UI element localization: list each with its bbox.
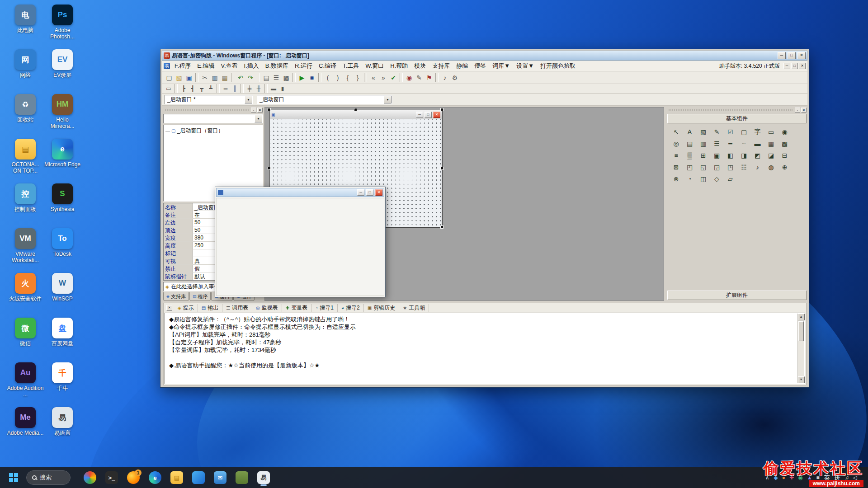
toolbar-icon[interactable] [231,73,234,82]
component-icon[interactable]: ⊟ [780,150,789,160]
toolbar-icon[interactable]: » [378,73,388,83]
basic-components-header[interactable]: 基本组件 [667,114,807,123]
component-icon[interactable]: ▭ [766,127,776,136]
output-tab[interactable]: ✚ 变量表 [282,304,311,312]
mdi-restore-button[interactable]: □ [791,63,798,69]
menu-item[interactable]: 便签 [471,61,489,71]
floating-maximize-button[interactable]: □ [366,189,373,196]
component-icon[interactable]: ◱ [698,162,708,172]
menu-item[interactable]: 设置▼ [513,61,537,71]
toolbar-icon[interactable]: } [353,73,363,83]
component-icon[interactable]: ▩ [780,139,789,148]
component-icon[interactable]: ◰ [685,162,694,172]
align-toolbar-icon[interactable]: ═ [221,84,230,93]
component-icon[interactable]: ▧ [698,127,708,136]
menu-item[interactable]: 静编 [453,61,471,71]
align-toolbar-icon[interactable]: ║ [230,84,239,93]
desktop-icon[interactable]: 火 火绒安全软件 [6,270,44,315]
component-icon[interactable]: ▣ [712,150,722,160]
toolbar-icon[interactable] [400,73,403,82]
minimize-button[interactable]: ─ [778,52,786,59]
desktop-icon[interactable]: 盘 百度网盘 [43,315,81,360]
component-icon[interactable]: A [685,127,694,136]
chevron-down-icon[interactable]: ▼ [255,115,262,122]
taskbar-app-icon[interactable] [233,469,250,486]
desktop-icon[interactable]: VM VMware Workstati... [6,225,44,270]
floating-window-titlebar[interactable]: ─ □ ✕ [216,188,384,197]
desktop-icon[interactable]: W WinSCP [43,270,81,315]
desktop-icon[interactable]: S Synthesia [43,181,81,225]
toolbar-icon[interactable] [364,73,367,82]
toolbar-icon[interactable] [257,73,260,82]
component-icon[interactable]: ◲ [712,162,722,172]
desktop-icon[interactable]: EV EV录屏 [43,47,81,91]
align-toolbar-icon[interactable] [264,84,268,93]
toolbar-icon[interactable]: ▩ [281,73,291,83]
desktop-icon[interactable]: 易 易语言 [43,404,81,449]
scroll-down-button[interactable]: ▼ [798,376,805,383]
panel-grip[interactable] [669,109,793,111]
toolbar-icon[interactable]: ▦ [220,73,230,83]
taskbar-app-icon[interactable]: 1 [125,469,142,486]
output-tab[interactable]: ▤ 输出 [198,304,222,312]
menu-item[interactable]: 模块 [411,61,429,71]
panel-float-button[interactable]: ▫ [251,108,256,113]
toolbar-icon[interactable]: « [368,73,378,83]
scrollbar-thumb[interactable] [798,321,804,341]
align-toolbar-icon[interactable] [241,84,244,93]
component-icon[interactable]: ◨ [739,150,749,160]
tree-filter-dropdown[interactable]: ▼ [163,114,263,123]
desktop-icon[interactable]: 控 控制面板 [6,181,44,225]
toolbar-icon[interactable]: ▢ [164,73,174,83]
output-tab[interactable]: ◔ 搜寻1 [311,304,338,312]
toolbar-icon[interactable]: ■ [307,73,317,83]
designed-form-close-button[interactable]: ✕ [433,112,440,118]
component-icon[interactable]: ◇ [712,174,722,183]
desktop-icon[interactable]: 电 此电脑 [6,2,44,47]
workspace-tab[interactable]: ▤ 程序 [189,292,211,301]
selection-handle[interactable] [268,108,271,111]
selection-handle[interactable] [440,108,443,111]
output-tab[interactable]: ◈ 提示 [174,304,198,312]
component-icon[interactable]: ◍ [766,162,776,172]
toolbar-icon[interactable]: ✔ [388,73,398,83]
component-icon[interactable]: ▦ [766,139,776,148]
component-icon[interactable]: ✎ [712,127,722,136]
panel-grip[interactable] [165,109,249,111]
selection-handle[interactable] [440,225,443,229]
chevron-down-icon[interactable]: ▼ [384,96,392,103]
member-selector-dropdown[interactable]: _启动窗口 ▼ [257,95,392,104]
toolbar-icon[interactable]: ▧ [174,73,184,83]
component-icon[interactable]: ◪ [766,150,776,160]
menu-item[interactable]: 词库▼ [489,61,513,71]
panel-close-button[interactable]: ✕ [801,108,807,113]
taskbar-app-icon[interactable]: >_ [103,469,120,486]
toolbar-icon[interactable]: ⚙ [450,73,460,83]
output-tab[interactable]: ★ 工具箱 [399,304,429,312]
mdi-close-button[interactable]: ✕ [799,63,806,69]
component-icon[interactable]: ◉ [780,127,789,136]
component-icon[interactable]: ◳ [726,162,735,172]
toolbar-icon[interactable]: ↶ [236,73,245,83]
taskbar-search[interactable]: 搜索 [26,470,71,485]
maximize-button[interactable]: □ [788,52,796,59]
extended-components-header[interactable]: 扩展组件 [667,291,807,300]
chevron-down-icon[interactable]: ▼ [245,96,252,103]
mdi-minimize-button[interactable]: ─ [783,63,790,69]
align-toolbar-icon[interactable]: ╫ [254,84,263,93]
component-icon[interactable]: ▒ [685,150,694,160]
panel-float-button[interactable]: ▫ [795,108,800,113]
component-icon[interactable]: ◩ [753,150,762,160]
component-icon[interactable]: ☰ [712,139,722,148]
component-icon[interactable]: ◧ [726,150,735,160]
toolbar-icon[interactable]: { [343,73,353,83]
align-toolbar-icon[interactable]: ┫ [188,84,197,93]
toolbar-icon[interactable]: ( [323,73,333,83]
component-icon[interactable]: ⊞ [698,150,708,160]
desktop-icon[interactable]: ♻ 回收站 [6,91,44,136]
menu-item[interactable]: R.运行 [292,61,316,71]
tree-item-startup-window[interactable]: — ▢ _启动窗口（窗口） [165,127,262,135]
menu-item[interactable]: C.编译 [316,61,340,71]
toolbar-icon[interactable]: ▣ [184,73,194,83]
output-tab[interactable]: ◕ 搜寻2 [338,304,364,312]
